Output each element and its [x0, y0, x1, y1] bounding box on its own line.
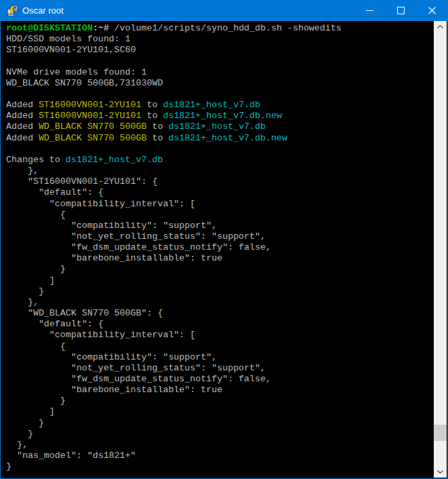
scroll-up-button[interactable]: [434, 21, 447, 33]
terminal-line: },: [6, 297, 434, 308]
terminal-line: Added WD_BLACK SN770 500GB to ds1821+_ho…: [6, 121, 434, 132]
terminal-line: },: [6, 166, 434, 176]
terminal-line: [6, 144, 434, 155]
terminal-line: "compatibility": "support",: [6, 221, 434, 231]
terminal-line: "fw_dsm_update_status_notify": false,: [6, 242, 434, 253]
terminal-line: "default": {: [6, 187, 434, 198]
chevron-up-icon: [437, 25, 443, 28]
window-title: Oscar root: [22, 0, 354, 21]
terminal-line: "default": {: [6, 319, 434, 330]
titlebar[interactable]: Oscar root: [1, 0, 447, 21]
terminal-line: "barebone_installable": true: [6, 253, 434, 264]
terminal-line: "nas_model": "ds1821+": [6, 451, 434, 461]
window-body: root@DISKSTATION:~# /volume1/scripts/syn…: [1, 21, 447, 478]
chevron-down-icon: [437, 470, 443, 474]
window-controls: [354, 0, 447, 21]
terminal-line: "not_yet_rolling_status": "support",: [6, 363, 434, 374]
scrollbar[interactable]: [434, 21, 447, 478]
putty-app-icon[interactable]: [7, 5, 19, 17]
terminal-line: "compatibility": "support",: [6, 352, 434, 363]
terminal-line: [6, 56, 434, 66]
terminal-line: }: [6, 264, 434, 275]
terminal-line: "compatibility_interval": [: [6, 330, 434, 341]
terminal-line: Added WD_BLACK SN770 500GB to ds1821+_ho…: [6, 133, 434, 144]
terminal-line: "not_yet_rolling_status": "support",: [6, 231, 434, 242]
terminal-line: "WD_BLACK SN770 500GB": {: [6, 308, 434, 319]
terminal-line: "ST16000VN001-2YU101": {: [6, 176, 434, 187]
terminal-line: "fw_dsm_update_status_notify": false,: [6, 374, 434, 385]
terminal-line: }: [6, 418, 434, 429]
terminal-line: [6, 89, 434, 100]
terminal-line: WD_BLACK SN770 500GB,731030WD: [6, 78, 434, 89]
terminal-line: },: [6, 440, 434, 451]
terminal-line: root@DISKSTATION:~# /volume1/scripts/syn…: [6, 23, 434, 34]
terminal-line: Added ST16000VN001-2YU101 to ds1821+_hos…: [6, 111, 434, 121]
terminal-output[interactable]: root@DISKSTATION:~# /volume1/scripts/syn…: [1, 21, 434, 478]
terminal-line: ]: [6, 275, 434, 286]
terminal-line: {: [6, 210, 434, 221]
maximize-button[interactable]: [385, 0, 416, 21]
close-button[interactable]: [416, 0, 447, 21]
terminal-line: }: [6, 461, 434, 472]
terminal-line: Added ST16000VN001-2YU101 to ds1821+_hos…: [6, 100, 434, 111]
maximize-icon: [397, 7, 405, 14]
terminal-line: ST16000VN001-2YU101,SC60: [6, 45, 434, 56]
terminal-line: }: [6, 429, 434, 440]
terminal-line: ]: [6, 406, 434, 417]
terminal-line: }: [6, 396, 434, 406]
terminal-line: "compatibility_interval": [: [6, 199, 434, 210]
terminal-line: "barebone_installable": true: [6, 385, 434, 396]
close-icon: [428, 7, 436, 14]
scroll-down-button[interactable]: [434, 466, 447, 478]
terminal-line: HDD/SSD models found: 1: [6, 34, 434, 45]
terminal-line: }: [6, 286, 434, 297]
minimize-icon: [366, 10, 373, 11]
scrollbar-thumb[interactable]: [434, 425, 447, 441]
terminal-line: Changes to ds1821+_host_v7.db: [6, 155, 434, 166]
terminal-line: NVMe drive models found: 1: [6, 67, 434, 78]
minimize-button[interactable]: [354, 0, 385, 21]
terminal-window: Oscar root root@DISKSTATION:~# /volume1/…: [0, 0, 448, 479]
terminal-line: {: [6, 341, 434, 352]
